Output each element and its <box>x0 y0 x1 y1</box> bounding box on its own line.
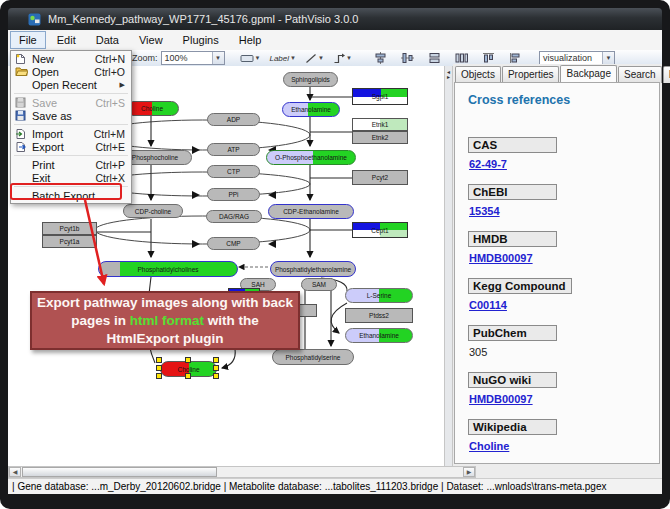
pathway-node-sgpl1[interactable]: Sgpl1 <box>352 88 408 105</box>
tab-legend[interactable]: Legend <box>663 66 670 83</box>
align-horizontal-center-button[interactable] <box>398 51 417 66</box>
selection-handle[interactable] <box>156 373 162 379</box>
file-menu: NewCtrl+NOpenCtrl+OOpen Recent▶SaveCtrl+… <box>10 50 132 204</box>
selection-handle[interactable] <box>156 365 162 371</box>
pathvisio-window: Mm_Kennedy_pathway_WP1771_45176.gpml - P… <box>0 0 670 509</box>
xref-link[interactable]: Choline <box>469 440 509 452</box>
pathway-node-choline[interactable]: Choline <box>125 101 179 116</box>
pathway-node-etnk2[interactable]: Etnk2 <box>352 131 408 144</box>
xref-link[interactable]: 15354 <box>469 205 500 217</box>
file-menu-item-import[interactable]: ImportCtrl+M <box>11 127 131 140</box>
pathway-node-pcyt2[interactable]: Pcyt2 <box>352 170 408 185</box>
label-dropdown-button[interactable]: Label ▼ <box>266 51 299 66</box>
selection-handle[interactable] <box>185 373 191 379</box>
pathway-node-pcyt1a[interactable]: Pcyt1a <box>42 235 97 248</box>
pathway-node-atp[interactable]: ATP <box>207 143 260 156</box>
save-icon <box>15 97 28 109</box>
callout-line3: HtmlExport plugin <box>32 330 298 348</box>
pathway-node-cdp-ethanolamine[interactable]: CDP-Ethanolamine <box>268 204 354 219</box>
menu-view[interactable]: View <box>130 31 172 49</box>
pathway-node-adp[interactable]: ADP <box>207 113 260 126</box>
pathway-node-phosphatidylcholines[interactable]: Phosphatidylcholines <box>98 261 238 277</box>
menu-file[interactable]: File <box>10 31 46 49</box>
pathway-node-ppi[interactable]: PPi <box>207 188 260 201</box>
menu-separator <box>14 186 128 187</box>
file-menu-item-print[interactable]: PrintCtrl+P <box>11 158 131 171</box>
horizontal-scrollbar[interactable]: ◀ ▶ <box>8 466 476 478</box>
pathway-node-l-serine[interactable]: L-Serine <box>345 288 413 303</box>
file-menu-item-open[interactable]: OpenCtrl+O <box>11 65 131 78</box>
connector-dropdown-button[interactable]: ▼ <box>330 51 355 66</box>
menu-shortcut: Ctrl+N <box>95 53 125 65</box>
save-as-icon <box>15 110 28 122</box>
pathway-node-phosphatidylethanolamine[interactable]: Phosphatidylethanolamine <box>270 261 356 277</box>
pathway-node-ptdss2[interactable]: Ptdss2 <box>345 308 413 323</box>
scrollbar-corner <box>476 466 662 478</box>
xref-section-title: HMDB <box>468 231 557 247</box>
selection-handle[interactable] <box>213 373 219 379</box>
pathway-node-sam[interactable]: SAM <box>301 278 337 291</box>
align-vertical-center-icon <box>374 52 387 64</box>
pathway-node-ctp[interactable]: CTP <box>207 165 260 178</box>
selection-handle[interactable] <box>185 357 191 363</box>
zoom-combobox[interactable]: 100% ▼ <box>161 51 225 65</box>
pathway-node-phosphatidylserine[interactable]: Phosphatidylserine <box>272 349 354 365</box>
scroll-right-icon[interactable]: ▶ <box>463 467 475 477</box>
scrollbar-thumb[interactable] <box>22 467 217 477</box>
menu-shortcut: Ctrl+X <box>96 172 125 184</box>
tab-search[interactable]: Search <box>618 66 662 83</box>
status-bar: | Gene database: ...m_Derby_20120602.bri… <box>8 478 662 494</box>
file-menu-item-open-recent[interactable]: Open Recent▶ <box>11 78 131 91</box>
selection-handle[interactable] <box>213 357 219 363</box>
menu-data[interactable]: Data <box>87 31 128 49</box>
file-menu-item-batch-export[interactable]: Batch Export <box>11 189 131 202</box>
menu-item-label: Save as <box>32 110 72 122</box>
tab-properties[interactable]: Properties <box>502 66 560 83</box>
menu-edit[interactable]: Edit <box>48 31 85 49</box>
pathway-node-etnk1[interactable]: Etnk1 <box>352 118 408 131</box>
xref-link[interactable]: 62-49-7 <box>469 158 507 170</box>
pathway-node-cdp-choline[interactable]: CDP-choline <box>123 204 183 218</box>
file-menu-item-exit[interactable]: ExitCtrl+X <box>11 171 131 184</box>
xref-link[interactable]: C00114 <box>469 299 507 311</box>
panel-splitter[interactable]: ◂▸ <box>444 66 453 466</box>
selection-handle[interactable] <box>156 357 162 363</box>
line-dropdown-button[interactable]: ▼ <box>302 51 327 66</box>
title-bar[interactable]: Mm_Kennedy_pathway_WP1771_45176.gpml - P… <box>8 8 662 30</box>
chevron-down-icon: ▼ <box>255 55 261 61</box>
menu-item-label: Save <box>32 97 57 109</box>
pathway-node-ethanolamine[interactable]: Ethanolamine <box>282 102 340 117</box>
pathway-node-ethanolamine[interactable]: Ethanolamine <box>345 328 413 343</box>
tab-objects[interactable]: Objects <box>455 66 501 83</box>
app-icon <box>28 13 41 26</box>
xref-section-title: NuGO wiki <box>468 372 557 388</box>
import-icon <box>15 128 28 140</box>
file-menu-item-new[interactable]: NewCtrl+N <box>11 52 131 65</box>
xref-link[interactable]: HMDB00097 <box>469 393 533 405</box>
selection-handle[interactable] <box>213 365 219 371</box>
pathway-node-pcyt1b[interactable]: Pcyt1b <box>42 222 97 235</box>
chevron-down-icon: ▼ <box>290 55 296 61</box>
menu-help[interactable]: Help <box>230 31 271 49</box>
file-menu-item-save-as[interactable]: Save as <box>11 109 131 122</box>
pathway-node-o-phosphoethanolamine[interactable]: O-Phosphoethanolamine <box>266 150 356 165</box>
visualization-combobox[interactable]: visualization ▼ <box>539 51 615 65</box>
stack-vertical-button[interactable] <box>425 51 444 66</box>
pathway-node-cept1[interactable]: Cept1 <box>352 222 408 238</box>
file-menu-item-save[interactable]: SaveCtrl+S <box>11 96 131 109</box>
tab-backpage[interactable]: Backpage <box>560 65 616 82</box>
pathway-node-sphingolipids[interactable]: Sphingolipids <box>283 72 338 87</box>
pathway-node-dag-rag[interactable]: DAG/RAG <box>206 210 262 223</box>
chevron-down-icon: ▼ <box>346 55 352 61</box>
xref-link[interactable]: HMDB00097 <box>469 252 533 264</box>
datanode-dropdown-button[interactable]: ▼ <box>237 51 264 66</box>
chevron-down-icon: ▼ <box>602 52 614 64</box>
menu-plugins[interactable]: Plugins <box>174 31 228 49</box>
menu-separator <box>14 93 128 94</box>
pathway-node-cmp[interactable]: CMP <box>207 237 260 250</box>
file-menu-item-export[interactable]: ExportCtrl+E <box>11 140 131 153</box>
scroll-left-icon[interactable]: ◀ <box>9 467 21 477</box>
open-folder-icon <box>15 66 28 78</box>
align-vertical-center-button[interactable] <box>371 51 390 66</box>
stack-vertical-icon <box>428 52 441 64</box>
